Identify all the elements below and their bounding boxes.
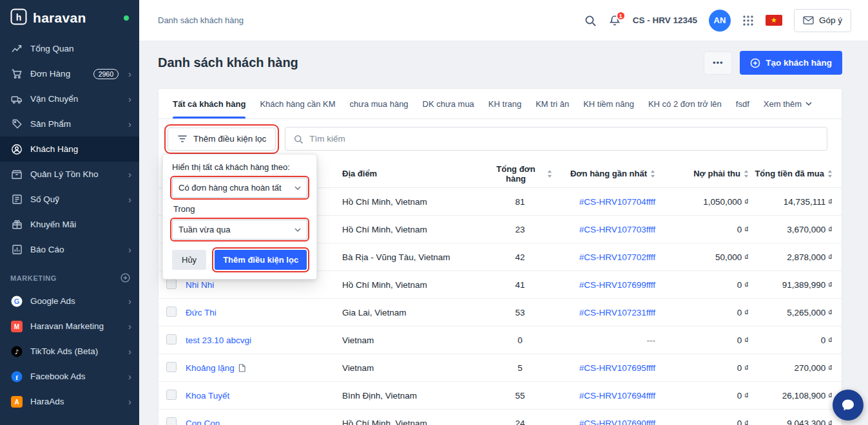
chevron-right-icon: › <box>128 69 131 79</box>
notifications-button[interactable]: 1 <box>608 14 621 27</box>
search-icon[interactable] <box>584 14 597 27</box>
receivable: 0 ₫ <box>655 419 749 425</box>
more-actions-button[interactable]: ••• <box>704 52 732 75</box>
gift-icon <box>10 219 23 230</box>
search-input[interactable] <box>309 134 819 144</box>
main-content: Danh sách khách hàng ••• Tạo khách hàng … <box>139 41 868 425</box>
customer-location: Bà Rịa - Vũng Tàu, Vietnam <box>342 252 488 262</box>
last-order-link[interactable]: #CS-HRV107699ffff <box>579 280 655 290</box>
tab-kh-tiem-nang[interactable]: KH tiềm năng <box>583 89 634 118</box>
tab-dk-chua-mua[interactable]: DK chưa mua <box>423 89 474 118</box>
sidebar-item-haraads[interactable]: A HaraAds › <box>0 389 139 414</box>
customer-name-link[interactable]: Nhi Nhi <box>186 280 214 290</box>
row-checkbox[interactable] <box>166 279 177 289</box>
row-checkbox[interactable] <box>166 334 177 345</box>
sort-icon[interactable] <box>650 170 655 178</box>
tab-khach-hang-can-km[interactable]: Khách hàng cần KM <box>260 89 335 118</box>
sidebar-item-tiktok-ads[interactable]: ♪ TikTok Ads (Beta) › <box>0 339 139 364</box>
last-order-link[interactable]: #CS-HRV107694ffff <box>579 391 655 401</box>
sidebar-item-label: Sản Phẩm <box>30 119 121 129</box>
filter-popup-title: Hiển thị tất cả khách hàng theo: <box>172 162 307 172</box>
tab-kh-co-2-don[interactable]: KH có 2 đơn trở lên <box>648 89 722 118</box>
last-order-link[interactable]: #CS-HRV107231ffff <box>579 308 655 317</box>
customer-name-link[interactable]: Đức Thi <box>186 308 217 317</box>
avatar[interactable]: AN <box>709 10 731 32</box>
last-order-cell: #CS-HRV107690ffff <box>552 419 655 425</box>
sidebar-item-don-hang[interactable]: Đơn Hàng 2960 › <box>0 61 139 86</box>
last-order-link[interactable]: #CS-HRV107704ffff <box>579 197 655 207</box>
tab-kh-trang[interactable]: KH trang <box>488 89 521 118</box>
chat-bubble-icon <box>840 397 856 413</box>
table-row-9: Con Con Hồ Chí Minh, Vietnam 24 #CS-HRV1… <box>159 410 842 425</box>
tab-label: KH tiềm năng <box>583 99 634 109</box>
receivable: 50,000 ₫ <box>655 252 749 262</box>
filter-period-select[interactable]: Tuần vừa qua <box>172 220 307 240</box>
plus-circle-icon[interactable] <box>121 273 130 283</box>
sidebar-item-facebook-ads[interactable]: f Facebook Ads › <box>0 364 139 389</box>
chevron-right-icon: › <box>128 372 131 381</box>
total-spent: 5,265,000 ₫ <box>749 308 842 317</box>
tab-label: KM tri ân <box>535 99 569 109</box>
sidebar-item-label: Số Quỹ <box>30 194 121 204</box>
sort-icon[interactable] <box>547 170 552 178</box>
row-checkbox[interactable] <box>166 417 177 425</box>
tab-xem-them[interactable]: Xem thêm <box>764 89 812 118</box>
tab-tat-ca-khach-hang[interactable]: Tất cả khách hàng <box>173 89 246 118</box>
table-row-8: Khoa Tuyết Bình Định, Vietnam 55 #CS-HRV… <box>159 382 842 410</box>
breadcrumb: Danh sách khách hàng <box>158 15 244 25</box>
apps-grid-icon[interactable] <box>742 15 754 26</box>
sidebar-item-van-chuyen[interactable]: Vận Chuyển › <box>0 86 139 111</box>
customer-location: Hồ Chí Minh, Vietnam <box>342 280 488 290</box>
receivable: 0 ₫ <box>655 391 749 401</box>
sort-icon[interactable] <box>827 170 833 178</box>
filter-condition-select[interactable]: Có đơn hàng chưa hoàn tất <box>172 178 307 198</box>
sidebar-item-label: Vận Chuyển <box>30 94 121 104</box>
customer-list-card: Tất cả khách hàng Khách hàng cần KM chưa… <box>158 88 842 425</box>
chat-widget-button[interactable] <box>833 390 863 420</box>
sidebar-item-google-ads[interactable]: G Google Ads › <box>0 288 139 314</box>
name-cell: Khoa Tuyết <box>186 391 342 401</box>
tab-fsdf[interactable]: fsdf <box>736 89 749 118</box>
app-logo[interactable]: h haravan <box>0 0 139 36</box>
sidebar-item-bao-cao[interactable]: Báo Cáo › <box>0 237 139 262</box>
sidebar-item-san-pham[interactable]: Sản Phẩm › <box>0 111 139 137</box>
add-filter-button[interactable]: Thêm điều kiện lọc <box>168 128 276 151</box>
name-cell: Con Con <box>186 419 342 425</box>
receivable: 1,050,000 ₫ <box>655 197 749 207</box>
haravan-logo-icon: h <box>10 8 27 28</box>
total-orders: 5 <box>488 363 552 373</box>
customer-name-link[interactable]: Con Con <box>186 419 220 425</box>
cancel-button[interactable]: Hủy <box>172 250 206 270</box>
sort-icon[interactable] <box>744 170 749 178</box>
customer-name-link[interactable]: Khoa Tuyết <box>186 391 229 401</box>
last-order-link[interactable]: #CS-HRV107702ffff <box>579 252 655 262</box>
account-label[interactable]: CS - HRV 12345 <box>633 15 697 25</box>
last-order-cell: #CS-HRV107703ffff <box>552 225 655 234</box>
sidebar-item-khuyen-mai[interactable]: Khuyến Mãi <box>0 212 139 237</box>
create-customer-button[interactable]: Tạo khách hàng <box>740 51 842 75</box>
last-order-link[interactable]: #CS-HRV107703ffff <box>579 225 655 234</box>
row-checkbox[interactable] <box>166 362 177 372</box>
tab-km-tri-an[interactable]: KM tri ân <box>535 89 569 118</box>
feedback-label: Góp ý <box>819 15 842 25</box>
vietnam-flag-icon[interactable]: ★ <box>766 15 782 26</box>
chevron-right-icon: › <box>128 94 131 104</box>
last-order-link[interactable]: #CS-HRV107690ffff <box>579 419 655 425</box>
apply-filter-button[interactable]: Thêm điều kiện lọc <box>215 250 307 270</box>
customer-location: Vietnam <box>342 363 488 373</box>
total-orders: 0 <box>488 335 552 345</box>
sidebar-item-quan-ly-ton-kho[interactable]: Quản Lý Tồn Kho › <box>0 162 139 187</box>
sidebar-item-tong-quan[interactable]: Tổng Quan <box>0 36 139 61</box>
sidebar-item-haravan-marketing[interactable]: M Haravan Marketing › <box>0 314 139 339</box>
last-order-link[interactable]: #CS-HRV107695ffff <box>579 363 655 373</box>
tab-chua-mua-hang[interactable]: chưa mua hàng <box>350 89 409 118</box>
row-checkbox[interactable] <box>166 307 177 317</box>
tab-label: DK chưa mua <box>423 99 474 109</box>
customer-name-link[interactable]: test 23.10 abcvgi <box>186 335 251 345</box>
sidebar-item-khach-hang[interactable]: Khách Hàng <box>0 137 139 162</box>
customer-name-link[interactable]: Khoảng lặng <box>186 363 235 373</box>
sidebar-item-so-quy[interactable]: Số Quỹ › <box>0 187 139 212</box>
total-spent: 9,043,300 ₫ <box>749 419 842 425</box>
feedback-button[interactable]: Góp ý <box>794 9 851 32</box>
row-checkbox[interactable] <box>166 390 177 400</box>
